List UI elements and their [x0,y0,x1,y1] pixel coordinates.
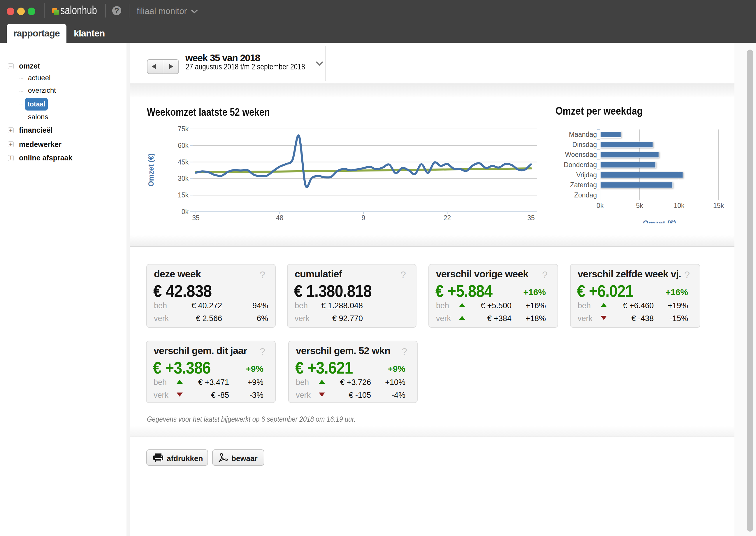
svg-text:35: 35 [527,214,535,222]
svg-text:Donderdag: Donderdag [564,161,597,169]
svg-text:30k: 30k [178,175,189,182]
svg-text:45k: 45k [178,158,189,166]
svg-text:Omzet (€): Omzet (€) [147,153,155,186]
svg-text:35: 35 [192,214,200,222]
svg-text:15k: 15k [713,202,724,209]
svg-text:Dinsdag: Dinsdag [572,141,597,149]
svg-text:75k: 75k [178,125,189,133]
svg-text:10k: 10k [674,202,685,209]
svg-text:0k: 0k [597,202,604,209]
svg-text:Vrijdag: Vrijdag [576,171,597,179]
svg-text:60k: 60k [178,142,189,149]
svg-text:48: 48 [276,214,284,222]
svg-text:Woensdag: Woensdag [565,151,597,158]
svg-text:22: 22 [444,214,451,222]
svg-text:9: 9 [362,214,365,222]
svg-text:15k: 15k [178,191,189,199]
svg-text:0k: 0k [181,208,189,216]
svg-text:Zondag: Zondag [574,191,597,199]
svg-text:5k: 5k [636,202,643,209]
svg-text:Maandag: Maandag [569,131,597,138]
svg-text:Omzet (€): Omzet (€) [643,219,676,223]
svg-text:Zaterdag: Zaterdag [570,181,597,189]
